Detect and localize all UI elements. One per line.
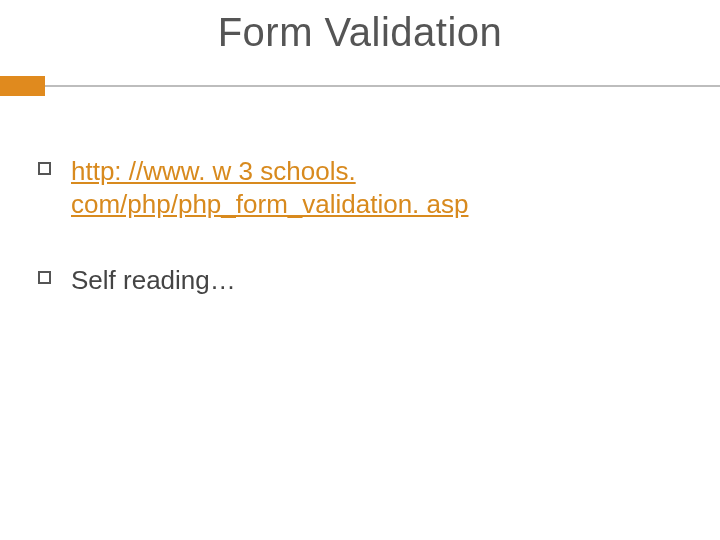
link-w3schools[interactable]: http: //www. w 3 schools. com/php/php_fo… (71, 155, 678, 220)
list-item: http: //www. w 3 schools. com/php/php_fo… (38, 155, 678, 220)
bullet-text: Self reading… (71, 264, 236, 297)
divider-accent (0, 76, 45, 96)
page-title: Form Validation (0, 10, 720, 55)
bullet-icon (38, 162, 51, 175)
list-item: Self reading… (38, 264, 678, 297)
bullet-icon (38, 271, 51, 284)
divider-line (0, 85, 720, 87)
content-area: http: //www. w 3 schools. com/php/php_fo… (38, 155, 678, 341)
slide: Form Validation http: //www. w 3 schools… (0, 0, 720, 540)
